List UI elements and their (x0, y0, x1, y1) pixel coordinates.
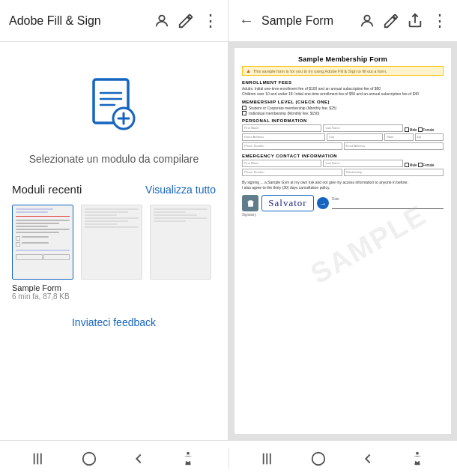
more-icon-left[interactable]: ⋮ (201, 12, 219, 30)
svg-point-0 (159, 15, 164, 20)
bottom-nav-left (0, 450, 228, 468)
right-app-bar: ← Sample Form ⋮ (228, 0, 457, 41)
date-field[interactable] (332, 202, 444, 209)
thumb-item-1[interactable]: Sample Form 6 min fa, 87,8 KB (12, 205, 73, 301)
svg-rect-17 (266, 453, 267, 464)
phone-field[interactable]: Phone Number (242, 142, 342, 150)
zip-field[interactable]: Zip (415, 133, 444, 141)
left-panel: Selezionate un modulo da compilare Modul… (0, 42, 228, 440)
svg-rect-18 (269, 453, 270, 464)
membership-opt-2: Individual membership (Monthly fee: $150… (242, 111, 444, 115)
nav-recents-icon[interactable] (31, 450, 49, 468)
more-icon-right[interactable]: ⋮ (430, 12, 448, 30)
date-section: Date (332, 197, 444, 209)
city-field[interactable]: City (327, 133, 383, 141)
checkbox-2[interactable] (242, 111, 246, 115)
view-all-button[interactable]: Visualizza tutto (145, 184, 216, 196)
feedback-section: Inviateci feedback (72, 301, 156, 337)
emerg-phone[interactable]: Phone Number (242, 169, 342, 176)
membership-opt-1: Student or Corporate membership (Monthly… (242, 106, 444, 110)
emerg-female-checkbox[interactable] (418, 163, 423, 167)
thumb-meta-1: 6 min fa, 87,8 KB (12, 292, 70, 301)
warning-icon: ▲ (246, 68, 251, 73)
email-field[interactable]: Email Address (344, 142, 444, 150)
delete-button[interactable] (242, 195, 258, 211)
thumb-item-3[interactable] (150, 205, 211, 301)
thumbnails-row: Sample Form 6 min fa, 87,8 KB (12, 205, 216, 301)
thumb-label-1: Sample Form (12, 283, 61, 292)
emerg-relationship[interactable]: Relationship (344, 169, 444, 176)
bottom-nav-right (229, 450, 458, 468)
nav-back-icon-right[interactable] (359, 450, 377, 468)
signatory-label: Signatory (242, 213, 444, 217)
right-title: Sample Form (261, 14, 352, 28)
svg-rect-10 (34, 453, 35, 464)
hero-section: Selezionate un modulo da compilare (14, 42, 214, 183)
signature-box[interactable]: Salvator (261, 195, 314, 211)
membership-section-title: MEMBERSHIP LEVEL (CHECK ONE) (242, 100, 444, 104)
left-app-bar: Adobe Fill & Sign ⋮ (0, 0, 228, 41)
thumb-box-1[interactable] (12, 205, 73, 280)
add-form-icon (80, 72, 148, 139)
svg-rect-16 (262, 453, 264, 464)
enrollment-section-title: ENROLLMENT FEES (242, 80, 444, 85)
state-field[interactable]: State (384, 133, 413, 141)
doc-title: Sample Membership Form (242, 55, 444, 63)
nav-home-icon[interactable] (80, 450, 98, 468)
gender-row: Male Female (405, 127, 444, 132)
doc-warning: ▲ This sample form is for you to try usi… (242, 66, 444, 76)
thumb-box-2[interactable] (81, 205, 142, 280)
enrollment-text: Adults: Initial one-time enrollment fee … (242, 86, 444, 97)
pen-icon-right[interactable] (382, 12, 400, 30)
emerg-gender-row: Male Female (405, 163, 444, 167)
nav-back-icon[interactable] (130, 450, 148, 468)
back-icon[interactable]: ← (237, 12, 255, 30)
person-icon-right[interactable] (358, 12, 376, 30)
watermark: SAMPLE (305, 199, 432, 290)
emergency-section-title: EMERGENCY CONTACT INFORMATION (242, 154, 444, 158)
female-checkbox[interactable] (418, 127, 423, 132)
male-checkbox[interactable] (405, 127, 409, 132)
pen-icon[interactable] (177, 12, 195, 30)
person-icon[interactable] (153, 12, 171, 30)
nav-accessibility-icon-right[interactable] (408, 450, 426, 468)
emerg-first-name[interactable]: First Name (242, 160, 321, 167)
svg-point-20 (416, 451, 419, 454)
doc-container[interactable]: SAMPLE Sample Membership Form ▲ This sam… (228, 42, 457, 440)
nav-accessibility-icon[interactable] (179, 450, 197, 468)
nav-recents-icon-right[interactable] (260, 450, 278, 468)
address-field[interactable]: Home Address (242, 133, 325, 141)
signature-text: Salvator (268, 197, 306, 209)
recent-section: Moduli recenti Visualizza tutto (0, 183, 228, 301)
recent-label: Moduli recenti (12, 183, 82, 196)
svg-point-19 (312, 452, 324, 465)
svg-point-13 (83, 452, 96, 465)
right-panel: SAMPLE Sample Membership Form ▲ This sam… (228, 42, 457, 440)
emerg-last-name[interactable]: Last Name (323, 160, 402, 167)
signature-confirm-button[interactable]: → (317, 197, 329, 209)
signature-area: Salvator → Date (242, 195, 444, 211)
last-name-field[interactable]: Last Name (323, 124, 402, 132)
doc-page: SAMPLE Sample Membership Form ▲ This sam… (234, 48, 451, 434)
personal-section-title: PERSONAL INFORMATION (242, 118, 444, 123)
thumb-box-3[interactable] (150, 205, 211, 280)
first-name-field[interactable]: First Name (242, 124, 321, 132)
share-icon[interactable] (406, 12, 424, 30)
nav-home-icon-right[interactable] (309, 450, 327, 468)
agreement-text: By signing ... a Sample Gym at my own ri… (242, 180, 444, 190)
thumb-item-2[interactable] (81, 205, 142, 301)
svg-rect-12 (40, 453, 42, 464)
app-title: Adobe Fill & Sign (9, 14, 147, 28)
svg-rect-11 (37, 453, 38, 464)
feedback-link[interactable]: Inviateci feedback (72, 316, 156, 328)
svg-point-1 (364, 15, 369, 20)
svg-point-14 (187, 451, 190, 454)
emerg-male-checkbox[interactable] (405, 163, 409, 167)
checkbox-1[interactable] (242, 106, 246, 110)
hero-text: Selezionate un modulo da compilare (29, 153, 199, 165)
bottom-nav (0, 440, 457, 476)
